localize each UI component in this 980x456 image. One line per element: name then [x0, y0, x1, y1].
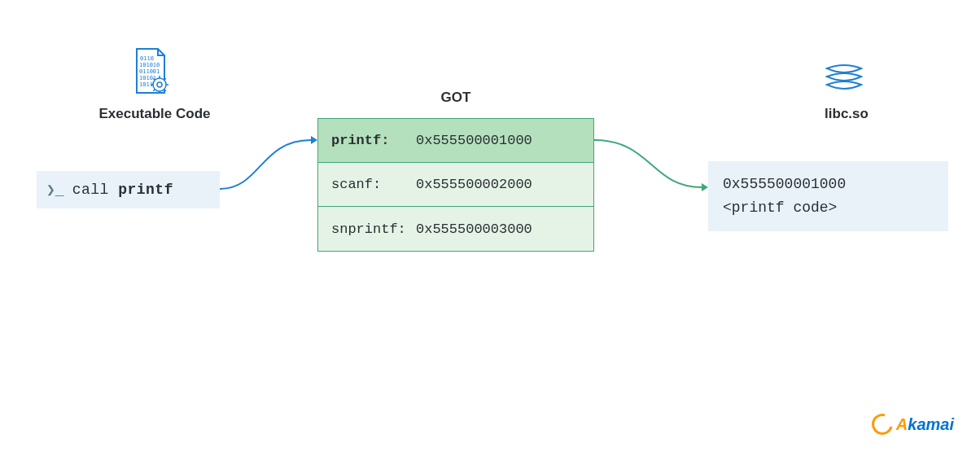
call-instruction-box: ❯_ call printf	[37, 171, 220, 208]
svg-line-14	[153, 90, 155, 91]
arrow-got-to-libc	[594, 132, 708, 193]
libc-addr: 0x555500001000	[723, 173, 934, 196]
executable-code-label: Executable Code	[81, 106, 228, 122]
got-row-printf: printf: 0x555500001000	[318, 119, 593, 163]
got-title: GOT	[317, 90, 594, 106]
akamai-logo-text: Akamai	[896, 415, 954, 434]
got-fn-label: scanf:	[318, 177, 416, 192]
svg-marker-16	[702, 183, 708, 191]
svg-text:101010: 101010	[139, 62, 160, 68]
got-table: printf: 0x555500001000 scanf: 0x55550000…	[317, 118, 594, 252]
got-fn-label: snprintf:	[318, 221, 416, 237]
arrow-call-to-got	[220, 135, 317, 192]
prompt-icon: ❯_	[46, 181, 64, 199]
got-fn-label: printf:	[318, 133, 416, 148]
libc-code-box: 0x555500001000 <printf code>	[708, 161, 948, 231]
svg-text:011001: 011001	[139, 68, 160, 75]
akamai-swirl-icon	[868, 410, 897, 439]
akamai-logo: Akamai	[872, 414, 954, 435]
svg-marker-15	[311, 136, 317, 144]
libc-label: libc.so	[773, 106, 920, 122]
svg-text:0110: 0110	[140, 55, 154, 62]
binary-file-gear-icon: 0110 101010 011001 10101 1011	[130, 47, 171, 96]
got-addr: 0x555500001000	[416, 133, 593, 148]
got-addr: 0x555500002000	[416, 177, 593, 192]
got-row-scanf: scanf: 0x555500002000	[318, 163, 593, 207]
stack-layers-icon	[822, 55, 866, 96]
got-addr: 0x555500003000	[416, 221, 593, 237]
got-row-snprintf: snprintf: 0x555500003000	[318, 207, 593, 251]
libc-code: <printf code>	[723, 196, 934, 220]
call-instruction-text: call printf	[72, 182, 173, 198]
